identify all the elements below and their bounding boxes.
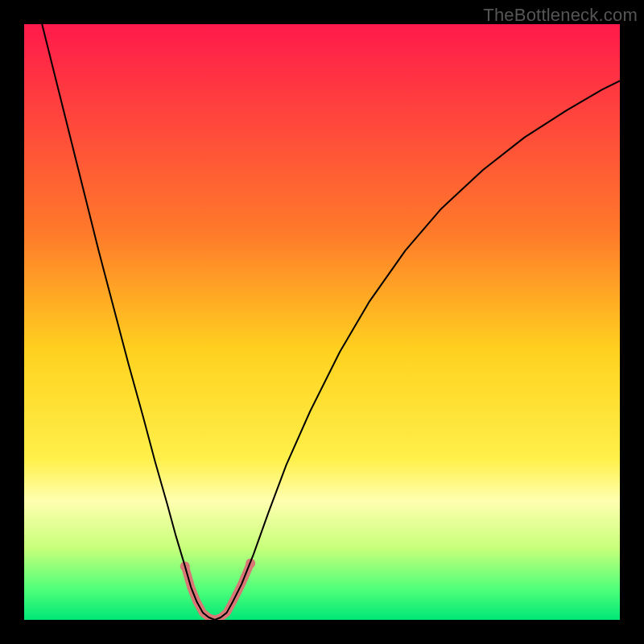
gradient-background (24, 24, 620, 620)
plot-area (24, 24, 620, 620)
bottleneck-chart (24, 24, 620, 620)
watermark-text: TheBottleneck.com (483, 5, 638, 26)
chart-frame: TheBottleneck.com (0, 0, 644, 644)
